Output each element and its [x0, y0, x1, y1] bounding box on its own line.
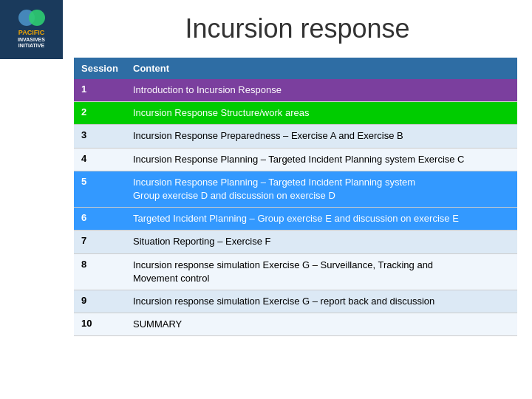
session-content: Incursion response simulation Exercise G… [126, 290, 517, 313]
logo-initiative: INITIATIVE [18, 43, 45, 49]
col-header-content: Content [126, 58, 517, 79]
logo-invasives: INVASIVES [18, 37, 45, 43]
session-number: 1 [74, 79, 126, 102]
session-number: 3 [74, 125, 126, 148]
table-row: 5Incursion Response Planning – Targeted … [74, 171, 517, 207]
table-row: 7Situation Reporting – Exercise F [74, 231, 517, 253]
logo: Pacific INVASIVES INITIATIVE [0, 0, 63, 59]
session-content: Introduction to Incursion Response [126, 79, 517, 102]
session-content: Incursion Response Structure/work areas [126, 102, 517, 125]
table-row: 4Incursion Response Planning – Targeted … [74, 148, 517, 171]
logo-pacific: Pacific [18, 29, 45, 37]
content-table-container: Session Content 1Introduction to Incursi… [74, 58, 517, 384]
page-title: Incursion response [63, 6, 532, 44]
session-number: 5 [74, 171, 126, 207]
session-content: Incursion response simulation Exercise G… [126, 253, 517, 290]
session-number: 10 [74, 313, 126, 336]
session-content: Targeted Incident Planning – Group exerc… [126, 208, 517, 231]
table-row: 10SUMMARY [74, 313, 517, 336]
table-header-row: Session Content [74, 58, 517, 79]
session-content: Incursion Response Planning – Targeted I… [126, 171, 517, 207]
table-row: 1Introduction to Incursion Response [74, 79, 517, 102]
session-content: SUMMARY [126, 313, 517, 336]
col-header-session: Session [74, 58, 126, 79]
table-row: 8Incursion response simulation Exercise … [74, 253, 517, 290]
session-number: 2 [74, 102, 126, 125]
table-row: 9Incursion response simulation Exercise … [74, 290, 517, 313]
table-row: 2Incursion Response Structure/work areas [74, 102, 517, 125]
session-content: Incursion Response Preparedness – Exerci… [126, 125, 517, 148]
logo-text: Pacific INVASIVES INITIATIVE [18, 29, 45, 50]
logo-circles [18, 10, 45, 26]
session-content: Incursion Response Planning – Targeted I… [126, 148, 517, 171]
session-number: 4 [74, 148, 126, 171]
session-number: 7 [74, 231, 126, 253]
session-content: Situation Reporting – Exercise F [126, 231, 517, 253]
session-number: 9 [74, 290, 126, 313]
session-number: 6 [74, 208, 126, 231]
logo-circle-right [29, 10, 45, 26]
session-number: 8 [74, 253, 126, 290]
table-row: 3Incursion Response Preparedness – Exerc… [74, 125, 517, 148]
table-row: 6Targeted Incident Planning – Group exer… [74, 208, 517, 231]
sessions-table: Session Content 1Introduction to Incursi… [74, 58, 517, 336]
